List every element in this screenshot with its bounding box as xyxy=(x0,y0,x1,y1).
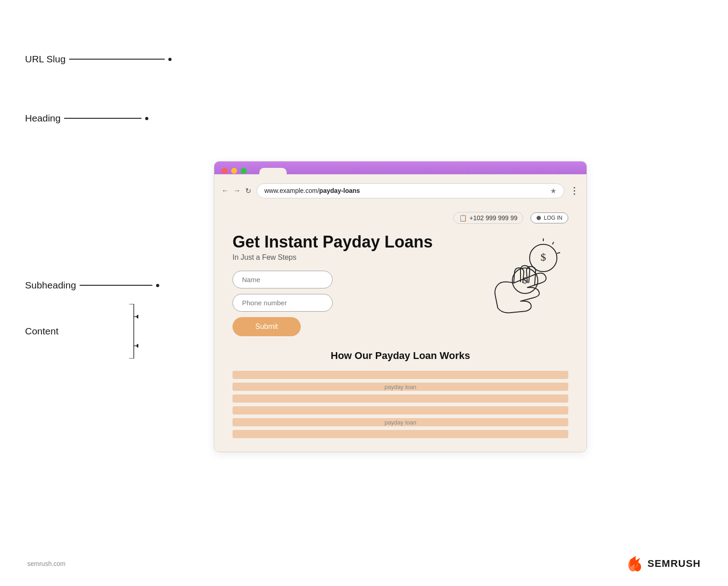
page-layout: URL Slug Heading Subheading Content xyxy=(0,0,728,586)
active-tab[interactable] xyxy=(259,168,287,174)
hero-subtext: In Just a Few Steps xyxy=(233,253,464,262)
subheading-section: How Our Payday Loan Works xyxy=(233,350,568,362)
phone-number: +102 999 999 99 xyxy=(470,214,518,222)
login-dot-icon xyxy=(536,216,541,220)
annotation-heading-line xyxy=(64,118,142,119)
svg-line-11 xyxy=(557,253,560,253)
hero-text: Get Instant Payday Loans In Just a Few S… xyxy=(233,233,464,337)
content-bar-3 xyxy=(233,394,568,403)
coin-hand-illustration: $ xyxy=(477,237,568,319)
annotation-subheading: Subheading xyxy=(25,280,159,291)
back-button[interactable]: ← xyxy=(222,187,229,195)
name-input[interactable] xyxy=(233,271,333,288)
browser-top-row xyxy=(222,168,579,174)
bottom-bar: semrush.com SEMRUSH xyxy=(0,555,728,572)
content-bar-6 xyxy=(233,430,568,438)
reload-button[interactable]: ↻ xyxy=(245,187,251,195)
more-options-button[interactable]: ⋮ xyxy=(570,185,579,196)
semrush-logo: SEMRUSH xyxy=(627,555,701,572)
annotation-subheading-label: Subheading xyxy=(25,280,76,291)
hero-heading: Get Instant Payday Loans xyxy=(233,233,464,251)
hero-section: Get Instant Payday Loans In Just a Few S… xyxy=(233,233,568,337)
content-bar-2: payday loan xyxy=(233,383,568,391)
forward-button[interactable]: → xyxy=(233,187,241,195)
semrush-attribution: semrush.com xyxy=(27,560,66,567)
semrush-logo-icon xyxy=(627,555,644,572)
svg-point-6 xyxy=(136,344,138,348)
browser-window: ← → ↻ www.example.com/payday-loans ★ ⋮ xyxy=(214,161,587,453)
submit-button[interactable]: Submit xyxy=(233,317,301,336)
bookmark-icon[interactable]: ★ xyxy=(550,187,556,195)
svg-point-4 xyxy=(136,315,138,318)
content-bar-4 xyxy=(233,406,568,414)
annotation-url-slug-dot xyxy=(168,58,172,61)
content-bar-1 xyxy=(233,371,568,379)
subheading-text: How Our Payday Loan Works xyxy=(233,350,568,362)
address-base: www.example.com/ xyxy=(264,187,319,194)
content-bars: payday loan payday loan xyxy=(233,371,568,438)
nav-buttons: ← → ↻ xyxy=(222,187,251,195)
dot-green[interactable] xyxy=(241,168,247,174)
browser-address-bar: ← → ↻ www.example.com/payday-loans ★ ⋮ xyxy=(214,179,586,203)
site-nav: 📋 +102 999 999 99 LOG IN xyxy=(233,212,568,224)
annotation-url-slug: URL Slug xyxy=(25,54,172,65)
annotation-url-slug-line xyxy=(69,59,165,60)
content-bar-5: payday loan xyxy=(233,418,568,426)
tab-bar xyxy=(259,168,287,174)
address-slug: payday-loans xyxy=(319,187,360,194)
content-bar-label-1: payday loan xyxy=(384,384,416,390)
website-content: 📋 +102 999 999 99 LOG IN Get Instant Pay… xyxy=(214,203,586,452)
annotation-url-slug-label: URL Slug xyxy=(25,54,66,65)
login-label: LOG IN xyxy=(544,215,562,221)
phone-display: 📋 +102 999 999 99 xyxy=(453,212,524,224)
annotation-subheading-dot xyxy=(156,284,159,287)
browser-container: ← → ↻ www.example.com/payday-loans ★ ⋮ xyxy=(214,161,587,453)
login-button[interactable]: LOG IN xyxy=(531,212,568,223)
annotation-heading-label: Heading xyxy=(25,113,61,124)
browser-chrome xyxy=(214,162,586,174)
annotation-content-bracket xyxy=(59,304,138,359)
hero-illustration: $ xyxy=(477,233,568,319)
annotation-heading-dot xyxy=(145,117,148,120)
phone-icon: 📋 xyxy=(459,214,467,222)
annotation-content-label: Content xyxy=(25,326,59,337)
content-bar-label-2: payday loan xyxy=(384,419,416,426)
annotation-content: Content xyxy=(25,304,138,359)
svg-line-10 xyxy=(552,242,554,244)
svg-text:$: $ xyxy=(541,251,546,263)
phone-input[interactable] xyxy=(233,294,333,312)
svg-text:$: $ xyxy=(523,276,527,285)
dot-yellow[interactable] xyxy=(231,168,237,174)
semrush-logo-text: SEMRUSH xyxy=(647,558,701,570)
address-bar-input[interactable]: www.example.com/payday-loans ★ xyxy=(257,183,564,198)
address-url-text: www.example.com/payday-loans xyxy=(264,187,360,194)
dot-red[interactable] xyxy=(222,168,228,174)
annotation-subheading-line xyxy=(80,285,152,286)
annotation-heading: Heading xyxy=(25,113,148,124)
